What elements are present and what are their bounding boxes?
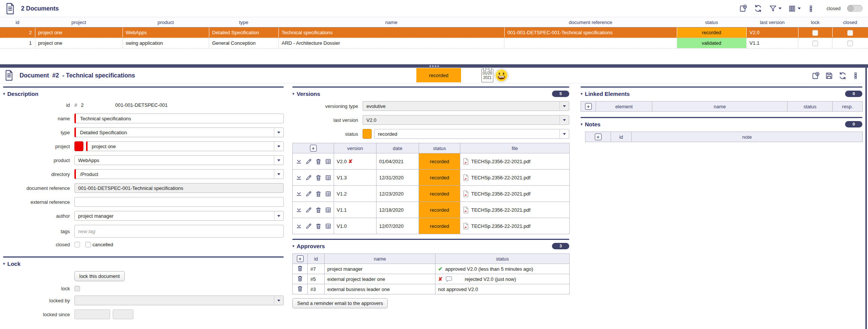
download-version-icon[interactable]: [295, 190, 302, 197]
version-file: TECHSp.2356-22-2021.pdf: [460, 153, 570, 170]
directory-select[interactable]: /Product: [74, 169, 284, 179]
column-header-lock[interactable]: lock: [798, 17, 832, 27]
remove-version-icon[interactable]: ✘: [347, 158, 353, 164]
tags-input[interactable]: new tag: [74, 225, 284, 238]
closed-toggle[interactable]: [847, 5, 863, 12]
external-reference-field[interactable]: [74, 197, 284, 207]
type-select[interactable]: Detailed Specification: [74, 127, 284, 137]
version-details-icon[interactable]: [325, 190, 332, 197]
collapse-icon[interactable]: ▾: [292, 244, 295, 249]
download-version-icon[interactable]: [295, 223, 302, 230]
add-document-icon[interactable]: [739, 4, 747, 13]
version-file-link[interactable]: TECHSp.2356-22-2021.pdf: [471, 159, 531, 164]
add-note-button[interactable]: +: [595, 133, 602, 140]
chevron-down-icon[interactable]: [274, 128, 283, 137]
splitter-grip-icon: [429, 65, 439, 67]
collapse-icon[interactable]: ▾: [581, 91, 583, 96]
vertical-splitter[interactable]: [865, 64, 867, 329]
version-details-icon[interactable]: [325, 174, 332, 181]
version-number: V1.3: [334, 170, 377, 186]
chevron-down-icon[interactable]: [274, 156, 283, 165]
cancelled-checkbox[interactable]: [85, 242, 91, 247]
column-header-product[interactable]: product: [122, 17, 209, 27]
version-details-icon[interactable]: [325, 158, 332, 165]
add-approver-button[interactable]: +: [297, 255, 304, 262]
lock-document-button[interactable]: lock this document: [74, 271, 125, 281]
download-version-icon[interactable]: [295, 174, 302, 181]
product-select[interactable]: WebApps: [74, 155, 284, 165]
filter-icon[interactable]: [769, 5, 782, 13]
download-version-icon[interactable]: [295, 206, 302, 214]
table-row[interactable]: 2project oneWebAppsDetailed Specificatio…: [0, 27, 868, 38]
column-header-project[interactable]: project: [35, 17, 122, 27]
download-version-icon[interactable]: [295, 158, 302, 165]
save-icon[interactable]: [825, 71, 833, 80]
columns-icon[interactable]: [788, 5, 801, 13]
delete-approver-icon[interactable]: [296, 275, 304, 282]
detail-actions: [811, 68, 859, 83]
closed-checkbox[interactable]: [847, 41, 853, 46]
chevron-down-icon[interactable]: [274, 211, 283, 220]
status-label: status: [292, 131, 363, 137]
version-file-link[interactable]: TECHSp.2356-22-2021.pdf: [471, 207, 531, 213]
version-details-icon[interactable]: [325, 223, 332, 230]
version-details-icon[interactable]: [325, 206, 332, 214]
author-select[interactable]: project manager: [74, 211, 284, 221]
external-reference-label: external reference: [3, 199, 74, 205]
closed-checkbox[interactable]: [847, 30, 853, 36]
version-file-link[interactable]: TECHSp.2356-22-2021.pdf: [471, 191, 531, 197]
chevron-down-icon[interactable]: [560, 129, 569, 138]
column-header-last-version[interactable]: last version: [746, 17, 798, 27]
project-select[interactable]: project one: [86, 141, 284, 151]
lock-checkbox[interactable]: [812, 30, 818, 36]
approver-status: ✘rejected V2.0 (just now): [436, 274, 570, 284]
send-reminder-button[interactable]: Send a reminder email to the approvers: [292, 298, 388, 308]
chevron-down-icon[interactable]: [274, 142, 283, 151]
collapse-icon[interactable]: ▾: [3, 91, 5, 96]
delete-version-icon[interactable]: [315, 174, 322, 181]
delete-version-icon[interactable]: [315, 206, 322, 214]
delete-approver-icon[interactable]: [296, 265, 304, 272]
horizontal-splitter[interactable]: [0, 64, 868, 68]
cell-project: project one: [35, 27, 122, 38]
refresh-icon[interactable]: [754, 4, 762, 13]
add-version-button[interactable]: +: [310, 145, 317, 152]
edit-version-icon[interactable]: [305, 174, 312, 181]
column-header-document-reference[interactable]: document reference: [504, 17, 677, 27]
collapse-icon[interactable]: ▾: [3, 261, 5, 266]
column-header-closed[interactable]: closed: [832, 17, 868, 27]
add-linked-element-button[interactable]: +: [585, 103, 592, 110]
column-header-id[interactable]: id: [0, 17, 35, 27]
collapse-icon[interactable]: ▾: [581, 122, 583, 127]
cell-project: project one: [35, 38, 122, 49]
table-row[interactable]: 1project oneswing applicationGeneral Con…: [0, 38, 868, 49]
approver-status-text: rejected V2.0 (just now): [465, 276, 516, 282]
cell-lock-checkbox: [798, 38, 832, 49]
name-field[interactable]: Technical specifications: [74, 114, 284, 123]
lock-checkbox[interactable]: [812, 41, 818, 46]
edit-version-icon[interactable]: [305, 158, 312, 165]
version-file-link[interactable]: TECHSp.2356-22-2021.pdf: [471, 175, 531, 180]
status-select[interactable]: recorded: [374, 129, 569, 139]
delete-version-icon[interactable]: [315, 190, 322, 197]
more-menu-icon[interactable]: [852, 71, 859, 80]
delete-approver-icon[interactable]: [296, 285, 304, 292]
column-header-type[interactable]: type: [209, 17, 278, 27]
column-header-status[interactable]: status: [677, 17, 746, 27]
comment-icon[interactable]: [445, 276, 452, 282]
edit-version-icon[interactable]: [305, 206, 312, 214]
add-icon[interactable]: [811, 71, 820, 80]
edit-version-icon[interactable]: [305, 190, 312, 197]
toggle-knob: [847, 5, 854, 12]
collapse-icon[interactable]: ▾: [292, 91, 295, 96]
delete-version-icon[interactable]: [315, 158, 322, 165]
refresh-icon[interactable]: [838, 71, 847, 80]
edit-version-icon[interactable]: [305, 223, 312, 230]
column-header-name[interactable]: name: [278, 17, 504, 27]
more-menu-icon[interactable]: [807, 4, 815, 13]
delete-version-icon[interactable]: [315, 223, 322, 230]
closed-checkbox[interactable]: [74, 242, 80, 247]
status-value: recorded: [375, 131, 401, 137]
version-file-link[interactable]: TECHSp.2356-22-2021.pdf: [471, 223, 531, 229]
chevron-down-icon[interactable]: [274, 170, 283, 179]
